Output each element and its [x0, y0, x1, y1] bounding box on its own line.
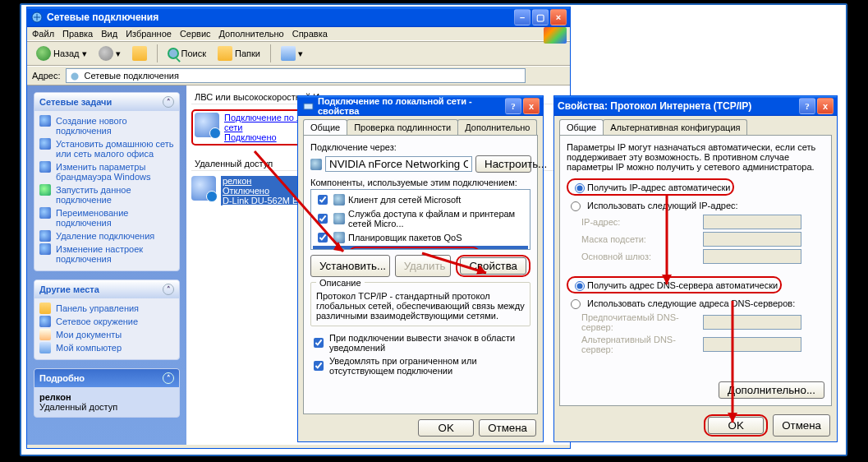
panel-header[interactable]: Сетевые задачи ˄: [34, 93, 179, 111]
properties-button[interactable]: Свойства: [460, 257, 526, 275]
component-label: Планировщик пакетов QoS: [348, 233, 462, 243]
item-dialup-relcon[interactable]: релкон Отключено D-Link DU-562M E...: [191, 176, 307, 206]
cancel-button[interactable]: Отмена: [773, 414, 830, 437]
task-home-net[interactable]: Установить домашнюю сеть или сеть малого…: [39, 137, 174, 160]
menu-help[interactable]: Справка: [292, 29, 328, 39]
components-list[interactable]: Клиент для сетей Microsoft Служба доступ…: [310, 189, 530, 250]
radio-dns-manual[interactable]: Использовать следующие адреса DNS-сервер…: [567, 297, 824, 309]
component-icon: [333, 232, 345, 243]
remove-button: Удалить: [395, 255, 452, 277]
help-button[interactable]: ?: [505, 98, 521, 114]
window-title: Сетевые подключения: [47, 12, 514, 23]
component-row[interactable]: Планировщик пакетов QoS: [313, 229, 528, 246]
menu-file[interactable]: Файл: [32, 29, 54, 39]
item-status: Отключено: [221, 186, 307, 196]
mask-label: Маска подсети:: [581, 234, 696, 244]
component-row[interactable]: Служба доступа к файлам и принтерам сете…: [313, 208, 528, 229]
minimize-button[interactable]: –: [514, 9, 530, 25]
ok-button[interactable]: OK: [418, 419, 474, 437]
menu-favorites[interactable]: Избранное: [126, 29, 172, 39]
task-firewall[interactable]: Изменить параметры брандмауэра Windows: [39, 160, 174, 183]
radio-ip-manual[interactable]: Использовать следующий IP-адрес:: [567, 199, 824, 211]
other-my-computer[interactable]: Мой компьютер: [39, 341, 174, 354]
notify-label: Уведомлять при ограниченном или отсутств…: [329, 356, 530, 376]
ip-label: IP-адрес:: [581, 217, 696, 227]
titlebar[interactable]: Подключение по локальной сети - свойства…: [298, 96, 543, 116]
other-my-documents[interactable]: Мои документы: [39, 328, 174, 341]
configure-button[interactable]: Настроить...: [475, 155, 531, 173]
close-button[interactable]: x: [817, 98, 834, 114]
document-icon: [39, 329, 51, 340]
notify-limited-option[interactable]: Уведомлять при ограниченном или отсутств…: [310, 356, 530, 376]
other-control-panel[interactable]: Панель управления: [39, 302, 174, 315]
folder-icon: [39, 303, 51, 314]
radio-ip-manual-input[interactable]: [571, 201, 581, 211]
description-title: Описание: [316, 278, 365, 288]
notify-check[interactable]: [314, 361, 324, 371]
mask-input: [703, 232, 801, 247]
maximize-button[interactable]: ▢: [532, 9, 549, 25]
tab-advanced[interactable]: Дополнительно: [457, 119, 537, 135]
svg-rect-1: [304, 104, 313, 109]
address-input[interactable]: [66, 68, 526, 83]
component-row-tcpip[interactable]: Протокол Интернета (TCP/IP): [313, 246, 528, 250]
menu-advanced[interactable]: Дополнительно: [219, 29, 284, 39]
menu-tools[interactable]: Сервис: [180, 29, 211, 39]
panel-details: Подробно ˄ релкон Удаленный доступ: [34, 368, 180, 418]
menu-view[interactable]: Вид: [101, 29, 117, 39]
component-check[interactable]: [318, 233, 328, 243]
adapter-field: [325, 156, 472, 172]
connect-through-label: Подключение через:: [310, 142, 530, 152]
radio-ip-auto[interactable]: Получить IP-адрес автоматически: [567, 178, 824, 196]
component-label: Клиент для сетей Microsoft: [348, 195, 461, 205]
close-button[interactable]: ×: [550, 9, 567, 25]
tab-alt-config[interactable]: Альтернативная конфигурация: [603, 119, 747, 135]
help-button[interactable]: ?: [799, 98, 815, 114]
folders-button[interactable]: Папки: [214, 44, 264, 62]
component-row[interactable]: Клиент для сетей Microsoft: [313, 192, 528, 208]
task-start-conn[interactable]: Запустить данное подключение: [39, 183, 174, 206]
up-button[interactable]: [128, 44, 151, 62]
radio-dns-auto[interactable]: Получить адрес DNS-сервера автоматически: [567, 276, 824, 293]
panel-header[interactable]: Подробно ˄: [34, 369, 179, 387]
tray-icon-option[interactable]: При подключении вывести значок в области…: [310, 333, 530, 353]
advanced-button[interactable]: Дополнительно...: [719, 381, 824, 399]
tcpip-properties-dialog: Свойства: Протокол Интернета (TCP/IP) ? …: [553, 95, 838, 442]
ok-button[interactable]: OK: [708, 417, 764, 434]
search-button[interactable]: Поиск: [163, 46, 210, 61]
ip-fields: IP-адрес: Маска подсети: Основной шлюз:: [581, 215, 824, 264]
tab-general[interactable]: Общие: [559, 119, 604, 135]
install-button[interactable]: Установить...: [310, 255, 390, 277]
windows-logo-icon: [544, 27, 567, 44]
component-check[interactable]: [318, 249, 328, 250]
search-icon: [168, 48, 179, 59]
back-button[interactable]: Назад ▾: [32, 44, 91, 62]
cancel-button[interactable]: Отмена: [479, 419, 536, 437]
tab-general[interactable]: Общие: [303, 119, 347, 135]
network-icon: [39, 138, 51, 150]
radio-dns-auto-input[interactable]: [575, 281, 585, 291]
forward-button[interactable]: ▾: [94, 44, 125, 62]
radio-dns-manual-input[interactable]: [571, 299, 581, 309]
tray-check[interactable]: [314, 338, 324, 348]
titlebar[interactable]: Свойства: Протокол Интернета (TCP/IP) ? …: [554, 96, 837, 116]
views-button[interactable]: ▾: [277, 44, 307, 62]
tab-auth[interactable]: Проверка подлинности: [347, 119, 458, 135]
component-check[interactable]: [318, 214, 328, 224]
menu-edit[interactable]: Правка: [62, 29, 93, 39]
other-network-places[interactable]: Сетевое окружение: [39, 315, 174, 328]
panel-header[interactable]: Другие места ˄: [34, 280, 179, 298]
task-rename[interactable]: Переименование подключения: [39, 206, 174, 229]
details-name: релкон: [39, 392, 71, 402]
component-check[interactable]: [318, 195, 328, 205]
dialog-title: Подключение по локальной сети - свойства: [318, 96, 505, 116]
titlebar[interactable]: Сетевые подключения – ▢ ×: [27, 7, 570, 27]
task-delete[interactable]: Удаление подключения: [39, 229, 174, 243]
task-change-settings[interactable]: Изменение настроек подключения: [39, 243, 174, 266]
radio-label: Получить адрес DNS-сервера автоматически: [587, 280, 778, 290]
close-button[interactable]: x: [523, 98, 540, 114]
dns-fields: Предпочитаемый DNS-сервер: Альтернативны…: [581, 312, 824, 354]
panel-other-places: Другие места ˄ Панель управления Сетевое…: [34, 280, 180, 360]
task-create[interactable]: Создание нового подключения: [39, 114, 174, 137]
radio-ip-auto-input[interactable]: [575, 183, 585, 193]
